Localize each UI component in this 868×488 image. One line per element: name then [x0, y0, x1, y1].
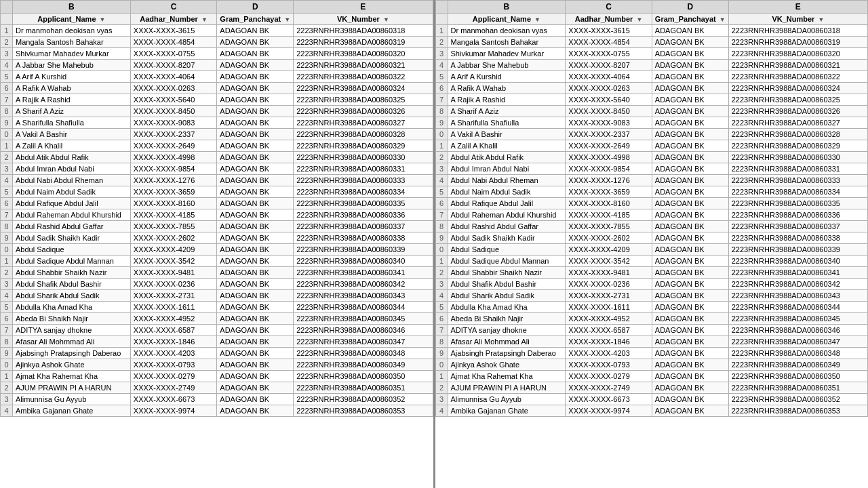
- gram-panchayat-cell: ADAGOAN BK: [217, 25, 294, 37]
- gram-panchayat-cell: ADAGOAN BK: [217, 359, 294, 371]
- table-row[interactable]: 4Abdul Nabi Abdul RhemanXXXX-XXXX-1276AD…: [1, 175, 433, 186]
- table-row[interactable]: 2AJUM PRAWIN PI A HARUNXXXX-XXXX-2749ADA…: [435, 382, 868, 394]
- table-row[interactable]: 2AJUM PRAWIN PI A HARUNXXXX-XXXX-2749ADA…: [1, 382, 433, 394]
- gram-panchayat-cell: ADAGOAN BK: [217, 244, 294, 256]
- table-row[interactable]: 1Dr manmohan deokisan vyasXXXX-XXXX-3615…: [1, 25, 433, 37]
- table-row[interactable]: 3Abdul Shafik Abdul BashirXXXX-XXXX-0236…: [1, 279, 433, 290]
- table-row[interactable]: 5A Arif A KurshidXXXX-XXXX-4064ADAGOAN B…: [1, 71, 433, 83]
- table-row[interactable]: 4Abdul Nabi Abdul RhemanXXXX-XXXX-1276AD…: [435, 175, 868, 186]
- aadhar-number-cell: XXXX-XXXX-5640: [130, 94, 217, 106]
- applicant-name-cell: ADITYA sanjay dhokne: [13, 325, 131, 336]
- table-row[interactable]: 2Mangala Santosh BahakarXXXX-XXXX-4854AD…: [1, 37, 433, 48]
- table-row[interactable]: 1Ajmat Kha Rahemat KhaXXXX-XXXX-0279ADAG…: [435, 371, 868, 382]
- table-row[interactable]: 8Afasar Ali Mohmmad AliXXXX-XXXX-1846ADA…: [1, 336, 433, 348]
- table-row[interactable]: 8Abdul Rashid Abdul GaffarXXXX-XXXX-7855…: [1, 221, 433, 232]
- applicant-name-cell: AJUM PRAWIN PI A HARUN: [13, 382, 131, 394]
- applicant-name-cell: Ajmat Kha Rahemat Kha: [13, 371, 131, 382]
- vk-number-header[interactable]: VK_Number ▼: [294, 14, 433, 25]
- gram-panchayat-cell: ADAGOAN BK: [217, 279, 294, 290]
- table-row[interactable]: 5A Arif A KurshidXXXX-XXXX-4064ADAGOAN B…: [435, 71, 868, 83]
- applicant-name-cell: Abdul Shabbir Shaikh Nazir: [13, 267, 131, 279]
- table-row[interactable]: 6A Rafik A WahabXXXX-XXXX-0263ADAGOAN BK…: [1, 83, 433, 94]
- gram-panchayat-header[interactable]: Gram_Panchayat ▼: [217, 14, 294, 25]
- left-panel[interactable]: B C D E Applicant_Name ▼ Aadhar_Number ▼…: [0, 0, 435, 488]
- gram-panchayat-cell: ADAGOAN BK: [217, 37, 294, 48]
- vk-number-cell: 2223RNRHR3988ADA00860335: [294, 198, 433, 209]
- right-gram-panchayat-header[interactable]: Gram_Panchayat ▼: [652, 14, 728, 25]
- table-row[interactable]: 5Abdulla Kha Amad KhaXXXX-XXXX-1611ADAGO…: [435, 302, 868, 313]
- applicant-name-cell: Abdul Raheman Abdul Khurshid: [448, 209, 566, 221]
- table-row[interactable]: 3Abdul Shafik Abdul BashirXXXX-XXXX-0236…: [435, 279, 868, 290]
- right-applicant-name-header[interactable]: Applicant_Name ▼: [448, 14, 566, 25]
- vk-number-cell: 2223RNRHR3988ADA00860338: [294, 232, 433, 244]
- table-row[interactable]: 3Shivkumar Mahadev MurkarXXXX-XXXX-0755A…: [1, 48, 433, 60]
- table-row[interactable]: 5Abdulla Kha Amad KhaXXXX-XXXX-1611ADAGO…: [1, 302, 433, 313]
- table-row[interactable]: 4A Jabbar She MahebubXXXX-XXXX-8207ADAGO…: [1, 60, 433, 71]
- table-row[interactable]: 7ADITYA sanjay dhokneXXXX-XXXX-6587ADAGO…: [435, 325, 868, 336]
- table-row[interactable]: 8A Sharif A AzizXXXX-XXXX-8450ADAGOAN BK…: [1, 106, 433, 117]
- aadhar-number-cell: XXXX-XXXX-3615: [130, 25, 217, 37]
- table-row[interactable]: 8Afasar Ali Mohmmad AliXXXX-XXXX-1846ADA…: [435, 336, 868, 348]
- table-row[interactable]: 8A Sharif A AzizXXXX-XXXX-8450ADAGOAN BK…: [435, 106, 868, 117]
- table-row[interactable]: 9A Sharifulla ShafiullaXXXX-XXXX-9083ADA…: [435, 117, 868, 129]
- table-row[interactable]: 2Mangala Santosh BahakarXXXX-XXXX-4854AD…: [435, 37, 868, 48]
- vk-number-cell: 2223RNRHR3988ADA00860318: [294, 25, 433, 37]
- table-row[interactable]: 3Alimunnisa Gu AyyubXXXX-XXXX-6673ADAGOA…: [435, 394, 868, 405]
- vk-number-cell: 2223RNRHR3988ADA00860322: [294, 71, 433, 83]
- table-row[interactable]: 0A Vakil A BashirXXXX-XXXX-2337ADAGOAN B…: [435, 129, 868, 140]
- table-row[interactable]: 2Abdul Shabbir Shaikh NazirXXXX-XXXX-948…: [435, 267, 868, 279]
- table-row[interactable]: 0A Vakil A BashirXXXX-XXXX-2337ADAGOAN B…: [1, 129, 433, 140]
- table-row[interactable]: 0Ajinkya Ashok GhateXXXX-XXXX-0793ADAGOA…: [435, 359, 868, 371]
- table-row[interactable]: 3Abdul Imran Abdul NabiXXXX-XXXX-9854ADA…: [1, 163, 433, 175]
- table-row[interactable]: 1Abdul Sadique Abdul MannanXXXX-XXXX-354…: [435, 256, 868, 267]
- table-row[interactable]: 5Abdul Naim Abdul SadikXXXX-XXXX-3659ADA…: [1, 186, 433, 198]
- table-row[interactable]: 7A Rajik A RashidXXXX-XXXX-5640ADAGOAN B…: [1, 94, 433, 106]
- table-row[interactable]: 6A Rafik A WahabXXXX-XXXX-0263ADAGOAN BK…: [435, 83, 868, 94]
- row-number: 0: [435, 359, 448, 371]
- table-row[interactable]: 9Ajabsingh Pratapsingh DaberaoXXXX-XXXX-…: [1, 348, 433, 359]
- gram-panchayat-cell: ADAGOAN BK: [217, 405, 294, 417]
- table-row[interactable]: 2Abdul Atik Abdul RafikXXXX-XXXX-4998ADA…: [1, 152, 433, 163]
- table-row[interactable]: 8Abdul Rashid Abdul GaffarXXXX-XXXX-7855…: [435, 221, 868, 232]
- table-row[interactable]: 4Abdul Sharik Abdul SadikXXXX-XXXX-2731A…: [435, 290, 868, 302]
- table-row[interactable]: 1Dr manmohan deokisan vyasXXXX-XXXX-3615…: [435, 25, 868, 37]
- table-row[interactable]: 6Abeda Bi Shaikh NajirXXXX-XXXX-4952ADAG…: [435, 313, 868, 325]
- table-row[interactable]: 4A Jabbar She MahebubXXXX-XXXX-8207ADAGO…: [435, 60, 868, 71]
- table-row[interactable]: 7A Rajik A RashidXXXX-XXXX-5640ADAGOAN B…: [435, 94, 868, 106]
- table-row[interactable]: 1A Zalil A KhalilXXXX-XXXX-2649ADAGOAN B…: [1, 140, 433, 152]
- table-row[interactable]: 3Alimunnisa Gu AyyubXXXX-XXXX-6673ADAGOA…: [1, 394, 433, 405]
- right-aadhar-number-header[interactable]: Aadhar_Number ▼: [566, 14, 652, 25]
- table-row[interactable]: 9Abdul Sadik Shaikh KadirXXXX-XXXX-2602A…: [1, 232, 433, 244]
- applicant-name-header[interactable]: Applicant_Name ▼: [13, 14, 131, 25]
- table-row[interactable]: 5Abdul Naim Abdul SadikXXXX-XXXX-3659ADA…: [435, 186, 868, 198]
- table-row[interactable]: 7ADITYA sanjay dhokneXXXX-XXXX-6587ADAGO…: [1, 325, 433, 336]
- table-row[interactable]: 0Ajinkya Ashok GhateXXXX-XXXX-0793ADAGOA…: [1, 359, 433, 371]
- table-row[interactable]: 1Abdul Sadique Abdul MannanXXXX-XXXX-354…: [1, 256, 433, 267]
- table-row[interactable]: 0Abdul SadiqueXXXX-XXXX-4209ADAGOAN BK22…: [1, 244, 433, 256]
- table-row[interactable]: 6Abdul Rafique Abdul JalilXXXX-XXXX-8160…: [1, 198, 433, 209]
- table-row[interactable]: 6Abdul Rafique Abdul JalilXXXX-XXXX-8160…: [435, 198, 868, 209]
- table-row[interactable]: 3Shivkumar Mahadev MurkarXXXX-XXXX-0755A…: [435, 48, 868, 60]
- gram-panchayat-cell: ADAGOAN BK: [652, 279, 728, 290]
- table-row[interactable]: 1Ajmat Kha Rahemat KhaXXXX-XXXX-0279ADAG…: [1, 371, 433, 382]
- table-row[interactable]: 1A Zalil A KhalilXXXX-XXXX-2649ADAGOAN B…: [435, 140, 868, 152]
- right-vk-number-header[interactable]: VK_Number ▼: [728, 14, 867, 25]
- aadhar-number-header[interactable]: Aadhar_Number ▼: [130, 14, 217, 25]
- table-row[interactable]: 3Abdul Imran Abdul NabiXXXX-XXXX-9854ADA…: [435, 163, 868, 175]
- table-row[interactable]: 4Abdul Sharik Abdul SadikXXXX-XXXX-2731A…: [1, 290, 433, 302]
- table-row[interactable]: 4Ambika Gajanan GhateXXXX-XXXX-9974ADAGO…: [1, 405, 433, 417]
- table-row[interactable]: 7Abdul Raheman Abdul KhurshidXXXX-XXXX-4…: [1, 209, 433, 221]
- aadhar-number-cell: XXXX-XXXX-6673: [130, 394, 217, 405]
- table-row[interactable]: 9Ajabsingh Pratapsingh DaberaoXXXX-XXXX-…: [435, 348, 868, 359]
- table-row[interactable]: 7Abdul Raheman Abdul KhurshidXXXX-XXXX-4…: [435, 209, 868, 221]
- table-row[interactable]: 2Abdul Atik Abdul RafikXXXX-XXXX-4998ADA…: [435, 152, 868, 163]
- table-row[interactable]: 9A Sharifulla ShafiullaXXXX-XXXX-9083ADA…: [1, 117, 433, 129]
- right-panel[interactable]: B C D E Applicant_Name ▼ Aadhar_Number ▼…: [435, 0, 869, 488]
- row-number: 3: [435, 48, 448, 60]
- table-row[interactable]: 0Abdul SadiqueXXXX-XXXX-4209ADAGOAN BK22…: [435, 244, 868, 256]
- table-row[interactable]: 6Abeda Bi Shaikh NajirXXXX-XXXX-4952ADAG…: [1, 313, 433, 325]
- table-row[interactable]: 4Ambika Gajanan GhateXXXX-XXXX-9974ADAGO…: [435, 405, 868, 417]
- table-row[interactable]: 9Abdul Sadik Shaikh KadirXXXX-XXXX-2602A…: [435, 232, 868, 244]
- table-row[interactable]: 2Abdul Shabbir Shaikh NazirXXXX-XXXX-948…: [1, 267, 433, 279]
- right-table: B C D E Applicant_Name ▼ Aadhar_Number ▼…: [435, 0, 869, 417]
